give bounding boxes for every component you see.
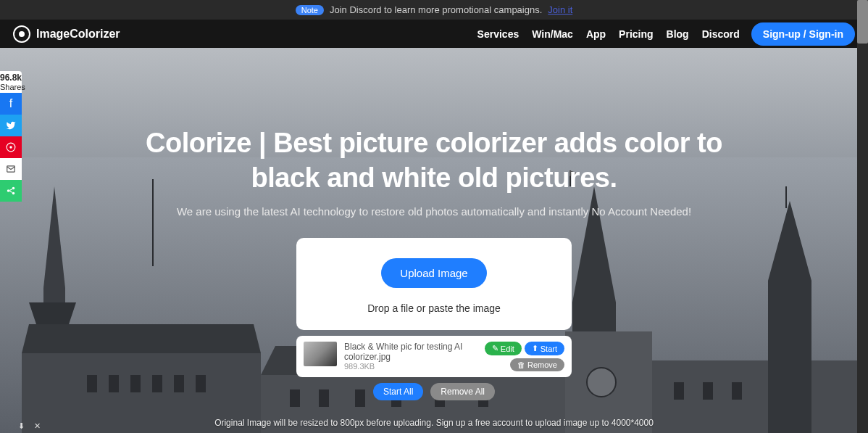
upload-button[interactable]: Upload Image bbox=[381, 258, 486, 288]
note-badge: Note bbox=[296, 5, 324, 15]
signin-button[interactable]: Sign-up / Sign-in bbox=[751, 22, 855, 46]
pinterest-icon[interactable] bbox=[0, 136, 22, 158]
brand-icon bbox=[13, 25, 30, 43]
title-line-2: black and white old pictures. bbox=[0, 161, 868, 196]
nav-pricing[interactable]: Pricing bbox=[619, 28, 653, 40]
svg-point-36 bbox=[12, 192, 15, 195]
file-card: Black & White pic for testing AI coloriz… bbox=[296, 336, 572, 377]
nav-winmac[interactable]: Win/Mac bbox=[532, 28, 573, 40]
nav-discord[interactable]: Discord bbox=[702, 28, 740, 40]
page-title: Colorize | Best picture colorizer adds c… bbox=[0, 126, 868, 195]
trash-icon: 🗑 bbox=[517, 360, 525, 369]
nav-blog[interactable]: Blog bbox=[667, 28, 689, 40]
footnote: Original Image will be resized to 800px … bbox=[0, 418, 868, 428]
remove-all-button[interactable]: Remove All bbox=[430, 383, 495, 400]
start-button[interactable]: ⬆Start bbox=[525, 342, 564, 355]
share-count: 96.8k Shares bbox=[0, 71, 22, 93]
navbar: ImageColorizer Services Win/Mac App Pric… bbox=[0, 20, 868, 48]
announcement-bar: Note Join Discord to learn more promotio… bbox=[0, 0, 868, 20]
nav-links: Services Win/Mac App Pricing Blog Discor… bbox=[477, 28, 740, 40]
facebook-icon[interactable]: f bbox=[0, 93, 22, 115]
edit-icon: ✎ bbox=[492, 344, 498, 353]
svg-point-34 bbox=[7, 189, 10, 192]
upload-card[interactable]: Upload Image Drop a file or paste the im… bbox=[296, 238, 572, 330]
file-thumbnail bbox=[304, 342, 337, 366]
file-info: Black & White pic for testing AI coloriz… bbox=[344, 342, 463, 371]
hero: Colorize | Best picture colorizer adds c… bbox=[0, 48, 868, 433]
nav-app[interactable]: App bbox=[586, 28, 606, 40]
bottom-controls: ⬇ ✕ bbox=[16, 421, 42, 431]
file-name: Black & White pic for testing AI coloriz… bbox=[344, 342, 463, 362]
title-line-1: Colorize | Best picture colorizer adds c… bbox=[0, 126, 868, 161]
scroll-thumb[interactable] bbox=[857, 0, 868, 44]
edit-button[interactable]: ✎Edit bbox=[485, 342, 522, 355]
sharethis-icon[interactable] bbox=[0, 180, 22, 202]
upload-icon: ⬆ bbox=[532, 344, 538, 353]
download-icon[interactable]: ⬇ bbox=[16, 421, 26, 431]
drop-hint: Drop a file or paste the image bbox=[311, 302, 557, 314]
brand-text: ImageColorizer bbox=[36, 28, 120, 41]
announce-text: Join Discord to learn more promotional c… bbox=[330, 4, 542, 15]
remove-button[interactable]: 🗑Remove bbox=[510, 358, 564, 371]
file-size: 989.3KB bbox=[344, 362, 463, 371]
email-icon[interactable] bbox=[0, 158, 22, 180]
svg-point-32 bbox=[9, 146, 12, 149]
start-all-button[interactable]: Start All bbox=[373, 383, 423, 400]
hero-content: Colorize | Best picture colorizer adds c… bbox=[0, 48, 868, 428]
join-link[interactable]: Join it bbox=[548, 4, 572, 15]
close-icon[interactable]: ✕ bbox=[32, 421, 42, 431]
subtitle: We are using the latest AI technology to… bbox=[0, 205, 868, 218]
svg-point-35 bbox=[12, 187, 15, 190]
nav-services[interactable]: Services bbox=[477, 28, 519, 40]
brand[interactable]: ImageColorizer bbox=[13, 25, 120, 43]
twitter-icon[interactable] bbox=[0, 115, 22, 136]
batch-buttons: Start All Remove All bbox=[0, 383, 868, 400]
share-rail: 96.8k Shares f bbox=[0, 71, 22, 202]
